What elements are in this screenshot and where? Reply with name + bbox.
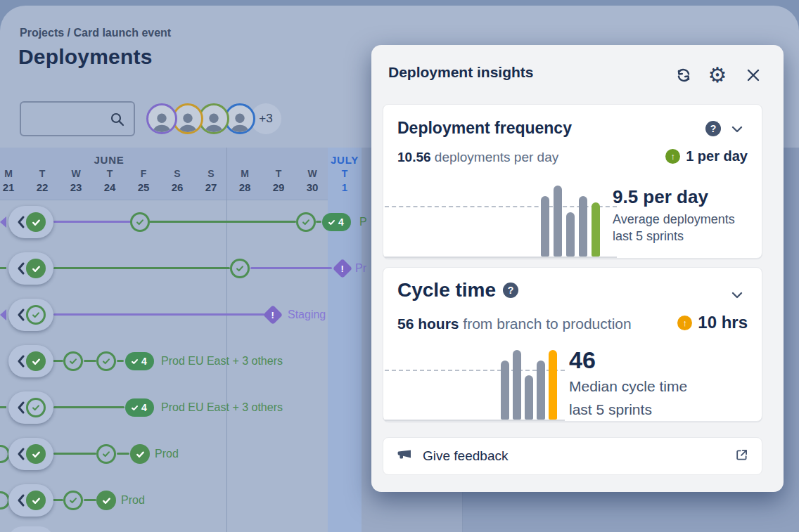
- chevron-left-icon[interactable]: [16, 307, 26, 323]
- offscreen-left-indicator: [0, 267, 6, 269]
- deploy-count-badge[interactable]: 4: [322, 213, 351, 231]
- month-label-june: JUNE: [0, 154, 218, 166]
- day-cell: M28: [228, 168, 262, 193]
- help-icon[interactable]: ?: [503, 283, 518, 298]
- summary-value: 46: [569, 346, 687, 374]
- environment-label: Pr: [355, 262, 366, 275]
- deploy-success-outline-icon[interactable]: [296, 212, 316, 232]
- deploy-success-icon[interactable]: [26, 444, 46, 464]
- environment-label: Prod: [155, 448, 179, 460]
- avatar-group: +3: [146, 103, 281, 134]
- chart-bars: [501, 350, 557, 420]
- chevron-left-icon[interactable]: [16, 400, 26, 415]
- chevron-left-icon[interactable]: [16, 214, 26, 230]
- avatar[interactable]: [146, 103, 177, 134]
- timeline-today-column: [328, 148, 362, 532]
- help-icon[interactable]: ?: [705, 121, 721, 136]
- deploy-success-icon[interactable]: [26, 351, 46, 371]
- pipeline-segment: [53, 406, 124, 408]
- metric-unit: from branch to production: [459, 316, 632, 332]
- deploy-success-outline-icon[interactable]: [26, 398, 46, 417]
- trend-indicator: ↑ 1 per day: [665, 148, 748, 164]
- pipeline-segment: [53, 267, 230, 269]
- pipeline-segment: [117, 453, 129, 455]
- search-icon: [110, 112, 125, 130]
- cycle-time-card: Cycle time ? 56 hours from branch to pro…: [383, 267, 762, 422]
- metric-value: 56 hours: [397, 316, 459, 332]
- trend-value: 1 per day: [686, 148, 748, 164]
- environment-label: Prod EU East + 3 others: [161, 355, 283, 368]
- chart-bar: [592, 202, 600, 257]
- breadcrumb[interactable]: Projects / Card launch event: [20, 27, 171, 39]
- deploy-warning-icon[interactable]: !: [263, 305, 283, 325]
- chart-baseline: [385, 257, 617, 258]
- week-gridline: [226, 148, 227, 532]
- deploy-success-outline-icon[interactable]: [63, 351, 83, 371]
- chevron-down-icon[interactable]: [731, 290, 743, 303]
- pipeline-segment: [53, 221, 132, 223]
- day-cell: S26: [160, 168, 194, 193]
- give-feedback-button[interactable]: Give feedback: [383, 437, 762, 475]
- deploy-success-outline-icon[interactable]: [26, 305, 46, 325]
- deploy-success-outline-icon[interactable]: [130, 212, 150, 232]
- deploy-success-outline-icon[interactable]: [96, 444, 116, 464]
- deploy-success-icon[interactable]: [130, 444, 150, 464]
- environment-label: P: [359, 216, 367, 228]
- chart-bar: [501, 361, 509, 420]
- chart-bar: [549, 350, 557, 420]
- trend-indicator: ↑ 10 hrs: [677, 313, 748, 332]
- offscreen-left-indicator: [0, 406, 6, 408]
- day-cell-today: T1: [328, 168, 362, 193]
- chart-bar: [513, 350, 521, 420]
- panel-title: Deployment insights: [388, 64, 534, 81]
- chart-baseline: [385, 420, 565, 421]
- close-button[interactable]: [742, 64, 765, 86]
- metric-value: 10.56: [397, 150, 431, 164]
- day-cell: W23: [59, 168, 93, 193]
- pipeline-segment: [53, 313, 264, 316]
- deploy-count-badge[interactable]: 4: [125, 398, 154, 417]
- search-box[interactable]: [20, 101, 135, 136]
- megaphone-icon: [396, 446, 413, 466]
- deploy-success-icon[interactable]: [96, 491, 116, 510]
- deploy-success-outline-icon[interactable]: [63, 491, 83, 510]
- deploy-success-icon[interactable]: [26, 212, 46, 232]
- pipeline-segment: [53, 453, 96, 455]
- metric-unit: deployments per day: [431, 150, 559, 164]
- chart-bar: [537, 361, 545, 420]
- deploy-success-icon[interactable]: [26, 491, 46, 510]
- chart-bar: [579, 196, 587, 257]
- chart-bar: [525, 375, 533, 420]
- give-feedback-label: Give feedback: [423, 448, 724, 464]
- chart-bar: [541, 196, 549, 257]
- chevron-left-icon[interactable]: [16, 353, 26, 369]
- deploy-count-badge[interactable]: 4: [125, 352, 154, 370]
- deploy-success-outline-icon[interactable]: [96, 351, 116, 371]
- pipeline-segment: [84, 360, 96, 362]
- row-scroll-pill-partial[interactable]: [8, 526, 53, 532]
- pipeline-segment: [250, 267, 332, 269]
- refresh-button[interactable]: [672, 64, 695, 86]
- day-cell: S27: [194, 168, 228, 193]
- chevron-left-icon[interactable]: [16, 493, 26, 508]
- page-title: Deployments: [18, 45, 153, 69]
- settings-gear-button[interactable]: ⚙: [706, 64, 729, 86]
- trend-up-icon: ↑: [677, 316, 692, 330]
- chart-summary: 46 Median cycle time last 5 sprints: [569, 346, 687, 421]
- summary-value: 9.5 per day: [613, 186, 735, 208]
- chevron-left-icon[interactable]: [16, 446, 26, 462]
- day-cell: T22: [25, 168, 59, 193]
- deployment-insights-panel: Deployment insights ⚙ Deployment frequen…: [371, 45, 784, 492]
- deploy-success-icon[interactable]: [26, 259, 46, 278]
- pipeline-segment: [84, 499, 96, 501]
- day-cell: W30: [295, 168, 329, 193]
- chevron-left-icon[interactable]: [16, 261, 26, 276]
- chart-bar: [566, 212, 575, 257]
- summary-caption: Median cycle time last 5 sprints: [569, 375, 687, 421]
- deploy-success-outline-icon[interactable]: [230, 259, 250, 278]
- pipeline-segment: [117, 360, 124, 362]
- environment-label: Prod: [121, 494, 145, 507]
- metric-line: 56 hours from branch to production: [397, 316, 632, 332]
- environment-label: Staging: [288, 309, 326, 321]
- chevron-down-icon[interactable]: [731, 124, 743, 137]
